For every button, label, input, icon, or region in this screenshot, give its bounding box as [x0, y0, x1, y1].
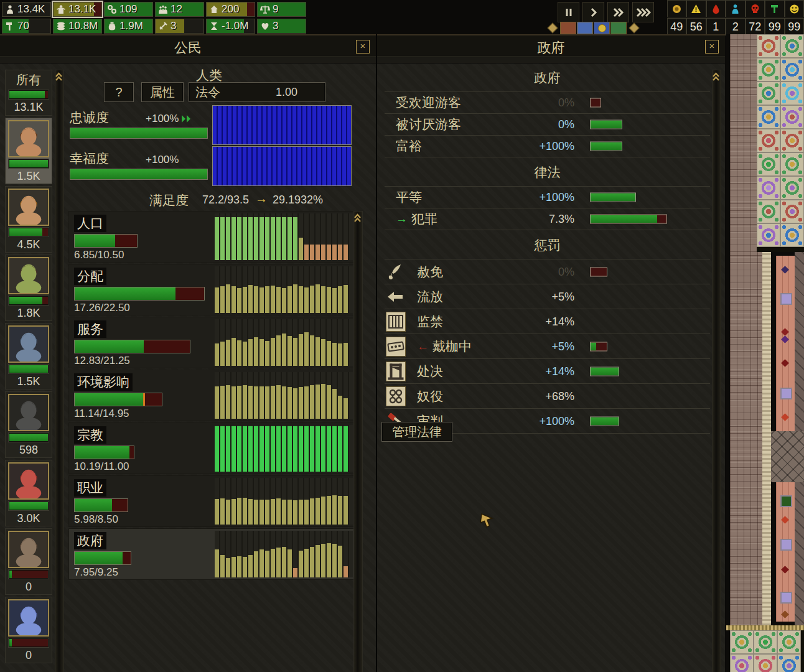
pause-button[interactable]	[558, 2, 579, 22]
help-button[interactable]: ?	[104, 82, 134, 102]
sidebar-item-all[interactable]: 所有 13.1K	[5, 70, 52, 116]
law-row-被讨厌游客[interactable]: 被讨厌游客0%	[385, 113, 710, 135]
scroll-up-icon[interactable]	[354, 213, 361, 223]
happiness-value: +100%	[146, 154, 179, 166]
hist-bar	[327, 543, 331, 578]
resource-population[interactable]: 13.1K	[53, 2, 102, 17]
sidebar-race-tilapi[interactable]: 3.0K	[5, 460, 52, 526]
satisfaction-row-label: 宗教	[74, 426, 106, 444]
manage-laws-button[interactable]: 管理法律	[381, 422, 452, 442]
sidebar-race-bluemorph[interactable]: 0	[5, 597, 52, 663]
alert-happiness[interactable]: 99	[785, 0, 804, 36]
satisfaction-row-label: 分配	[74, 268, 106, 285]
hist-bar	[316, 284, 320, 314]
hist-bar	[243, 498, 247, 525]
mosaic-tile	[757, 105, 780, 129]
all-races-label: 所有	[6, 72, 52, 88]
sidebar-race-amevia[interactable]: 1.8K	[5, 254, 52, 321]
resource-heart[interactable]: 3	[257, 19, 306, 34]
scroll-up-icon[interactable]	[55, 72, 62, 82]
resource-value: 10.8M	[68, 20, 98, 32]
play-button[interactable]	[582, 2, 604, 22]
sidebar-race-cretonian[interactable]: 4.5K	[5, 186, 52, 253]
alert-medal[interactable]: 49	[667, 0, 687, 36]
hist-bar	[293, 426, 297, 472]
hist-bar	[231, 386, 236, 419]
law-row-监禁[interactable]: 监禁+14%	[385, 309, 710, 334]
race-count: 0	[6, 649, 52, 662]
alert-death-skull[interactable]: 72	[746, 0, 765, 36]
sidebar-race-dondorian[interactable]: 598	[5, 391, 52, 458]
alert-warning[interactable]: 56	[686, 0, 706, 36]
decree-button[interactable]: 法令 1.00	[189, 82, 325, 102]
satisfaction-row-宗教[interactable]: 宗教10.19/11.00	[68, 422, 356, 474]
list-scrollbar[interactable]	[353, 211, 363, 672]
sidebar-scrollbar[interactable]	[55, 70, 64, 672]
scroll-up-icon[interactable]	[713, 72, 719, 82]
law-row-流放[interactable]: 流放+5%	[385, 284, 710, 309]
race-portrait-garthimi	[6, 325, 52, 363]
all-races-bar	[9, 90, 49, 99]
sidebar-race-cantor[interactable]: 0	[5, 528, 52, 595]
alert-immigrant[interactable]: 2	[726, 0, 746, 36]
resource-crowd[interactable]: 12	[155, 2, 204, 17]
attributes-button[interactable]: 属性	[141, 82, 184, 102]
map-mosaic-floor	[730, 630, 801, 672]
law-bar	[590, 416, 619, 426]
law-row-受欢迎游客[interactable]: 受欢迎游客0%	[385, 92, 710, 113]
race-count: 598	[6, 444, 52, 457]
fast-forward-button[interactable]	[607, 2, 629, 22]
resource-scales[interactable]: 9	[257, 2, 306, 17]
law-row-犯罪[interactable]: →犯罪7.3%	[385, 208, 710, 230]
satisfaction-bar	[74, 446, 134, 459]
resource-value: 1.9M	[119, 20, 143, 32]
resource-chain[interactable]: 109	[104, 2, 153, 17]
hist-bar	[344, 343, 348, 366]
fastest-forward-icon	[636, 7, 651, 17]
hist-bar	[254, 337, 258, 366]
satisfaction-value: 17.26/22.50	[74, 302, 130, 314]
alert-builder[interactable]: 99	[765, 0, 785, 36]
law-row-富裕[interactable]: 富裕+100%	[385, 135, 710, 157]
hist-bar	[237, 426, 241, 472]
law-row-处决[interactable]: 处决+14%	[385, 358, 710, 383]
law-row-戴枷中[interactable]: ←戴枷中+5%	[385, 334, 710, 358]
resource-hourglass[interactable]: -1.0M	[206, 19, 255, 34]
hist-bar	[276, 335, 281, 366]
citizens-close-button[interactable]: ×	[356, 40, 370, 54]
hist-bar	[316, 385, 320, 419]
satisfaction-row-服务[interactable]: 服务12.83/21.25	[68, 317, 356, 368]
satisfaction-row-人口[interactable]: 人口6.85/10.50	[68, 211, 356, 263]
satisfaction-row-政府[interactable]: 政府7.95/9.25	[68, 528, 356, 580]
resource-citizen[interactable]: 13.4K	[2, 2, 51, 17]
hist-bar	[226, 284, 230, 314]
fulfillment-label: 满足度	[149, 192, 189, 209]
race-population-bar	[9, 570, 49, 579]
hist-bar	[248, 555, 253, 577]
resource-sword[interactable]: 3	[155, 19, 204, 34]
hist-bar	[344, 496, 348, 525]
sidebar-race-garthimi[interactable]: 1.5K	[5, 323, 52, 390]
hist-bar	[316, 337, 320, 366]
alert-blood-drop[interactable]: 1	[706, 0, 726, 36]
satisfaction-row-分配[interactable]: 分配17.26/22.50	[68, 264, 356, 315]
satisfaction-row-环境影响[interactable]: 环境影响11.14/14.95	[68, 370, 356, 421]
game-map-viewport[interactable]	[726, 34, 804, 672]
law-row-平等[interactable]: 平等+100%	[385, 187, 710, 208]
government-close-button[interactable]: ×	[705, 40, 719, 54]
hist-bar	[310, 335, 314, 366]
hist-bar	[282, 217, 286, 260]
law-row-奴役[interactable]: 奴役+68%	[385, 383, 710, 408]
resource-house[interactable]: 200	[206, 2, 255, 17]
resource-coins[interactable]: 10.8M	[53, 19, 102, 34]
race-portrait-bluemorph	[6, 599, 52, 637]
law-label: 流放	[417, 288, 443, 306]
sidebar-race-human[interactable]: 1.5K	[5, 118, 52, 184]
resource-sack[interactable]: 1.9M	[104, 19, 153, 34]
hist-bar	[243, 342, 247, 366]
government-scrollbar[interactable]	[712, 70, 721, 672]
law-row-赦免[interactable]: 赦免0%	[385, 259, 710, 284]
fastest-forward-button[interactable]	[632, 2, 654, 22]
resource-hammer[interactable]: 70	[2, 19, 51, 34]
satisfaction-row-职业[interactable]: 职业5.98/8.50	[68, 475, 356, 527]
